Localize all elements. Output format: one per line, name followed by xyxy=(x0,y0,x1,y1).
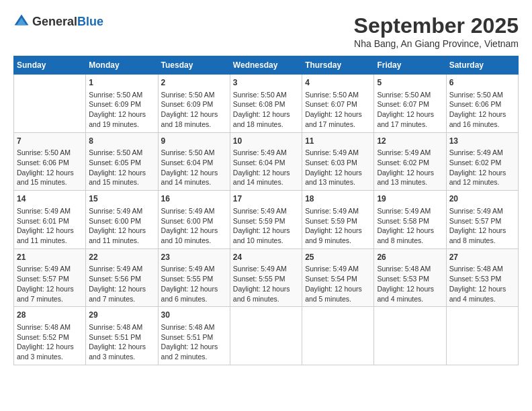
daylight-text: Daylight: 12 hours and 8 minutes. xyxy=(449,226,515,245)
sunset-text: Sunset: 6:05 PM xyxy=(89,158,154,168)
sunrise-text: Sunrise: 5:49 AM xyxy=(89,264,154,274)
calendar-cell-w5-d7 xyxy=(446,307,518,365)
calendar-cell-w2-d1: 7Sunrise: 5:50 AMSunset: 6:06 PMDaylight… xyxy=(14,132,86,191)
sunrise-text: Sunrise: 5:48 AM xyxy=(17,322,83,332)
sunset-text: Sunset: 5:56 PM xyxy=(89,274,154,284)
sunrise-text: Sunrise: 5:50 AM xyxy=(305,90,371,100)
calendar-cell-w3-d5: 18Sunrise: 5:49 AMSunset: 5:59 PMDayligh… xyxy=(302,191,374,249)
daylight-text: Daylight: 12 hours and 13 minutes. xyxy=(377,168,443,187)
sunrise-text: Sunrise: 5:49 AM xyxy=(305,264,371,274)
daylight-text: Daylight: 12 hours and 5 minutes. xyxy=(305,284,371,304)
sunrise-text: Sunrise: 5:48 AM xyxy=(89,322,154,332)
daylight-text: Daylight: 12 hours and 10 minutes. xyxy=(161,226,227,245)
col-friday: Friday xyxy=(374,56,446,75)
daylight-text: Daylight: 12 hours and 6 minutes. xyxy=(233,284,299,304)
day-number: 27 xyxy=(449,252,515,263)
sunset-text: Sunset: 5:52 PM xyxy=(17,332,83,342)
day-number: 7 xyxy=(17,136,83,147)
sunrise-text: Sunrise: 5:50 AM xyxy=(449,90,515,100)
sunset-text: Sunset: 6:00 PM xyxy=(89,216,154,226)
col-thursday: Thursday xyxy=(302,56,374,75)
day-number: 3 xyxy=(233,77,299,89)
calendar-cell-w4-d2: 22Sunrise: 5:49 AMSunset: 5:56 PMDayligh… xyxy=(86,248,158,307)
calendar-cell-w3-d7: 20Sunrise: 5:49 AMSunset: 5:57 PMDayligh… xyxy=(446,191,518,249)
daylight-text: Daylight: 12 hours and 3 minutes. xyxy=(17,342,83,361)
sunset-text: Sunset: 5:53 PM xyxy=(377,274,443,284)
calendar-cell-w1-d4: 3Sunrise: 5:50 AMSunset: 6:08 PMDaylight… xyxy=(230,75,302,133)
calendar-cell-w2-d6: 12Sunrise: 5:49 AMSunset: 6:02 PMDayligh… xyxy=(374,132,446,191)
col-wednesday: Wednesday xyxy=(230,56,302,75)
day-number: 4 xyxy=(305,77,371,89)
sunset-text: Sunset: 5:59 PM xyxy=(305,216,371,226)
sunset-text: Sunset: 5:59 PM xyxy=(233,216,299,226)
page-header: GeneralBlue September 2025 Nha Bang, An … xyxy=(13,13,519,49)
calendar-week-2: 7Sunrise: 5:50 AMSunset: 6:06 PMDaylight… xyxy=(14,132,519,191)
sunset-text: Sunset: 5:51 PM xyxy=(89,332,154,342)
sunset-text: Sunset: 6:02 PM xyxy=(449,158,515,168)
daylight-text: Daylight: 12 hours and 10 minutes. xyxy=(233,226,299,245)
calendar-cell-w2-d5: 11Sunrise: 5:49 AMSunset: 6:03 PMDayligh… xyxy=(302,132,374,191)
sunset-text: Sunset: 6:04 PM xyxy=(161,158,227,168)
calendar-cell-w1-d7: 6Sunrise: 5:50 AMSunset: 6:06 PMDaylight… xyxy=(446,75,518,133)
day-number: 16 xyxy=(161,193,227,205)
calendar-cell-w4-d1: 21Sunrise: 5:49 AMSunset: 5:57 PMDayligh… xyxy=(14,248,86,307)
sunrise-text: Sunrise: 5:49 AM xyxy=(233,206,299,216)
sunrise-text: Sunrise: 5:50 AM xyxy=(233,90,299,100)
calendar-table: Sunday Monday Tuesday Wednesday Thursday… xyxy=(13,56,519,365)
calendar-cell-w4-d5: 25Sunrise: 5:49 AMSunset: 5:54 PMDayligh… xyxy=(302,248,374,307)
logo-blue-text: Blue xyxy=(77,15,103,28)
day-number: 10 xyxy=(233,136,299,147)
daylight-text: Daylight: 12 hours and 4 minutes. xyxy=(377,284,443,304)
calendar-cell-w3-d4: 17Sunrise: 5:49 AMSunset: 5:59 PMDayligh… xyxy=(230,191,302,249)
sunset-text: Sunset: 5:55 PM xyxy=(233,274,299,284)
calendar-cell-w5-d3: 30Sunrise: 5:48 AMSunset: 5:51 PMDayligh… xyxy=(158,307,230,365)
sunrise-text: Sunrise: 5:49 AM xyxy=(305,206,371,216)
calendar-cell-w4-d4: 24Sunrise: 5:49 AMSunset: 5:55 PMDayligh… xyxy=(230,248,302,307)
sunrise-text: Sunrise: 5:49 AM xyxy=(233,264,299,274)
calendar-week-5: 28Sunrise: 5:48 AMSunset: 5:52 PMDayligh… xyxy=(14,307,519,365)
sunset-text: Sunset: 6:08 PM xyxy=(233,99,299,109)
sunset-text: Sunset: 6:02 PM xyxy=(377,158,443,168)
daylight-text: Daylight: 12 hours and 8 minutes. xyxy=(377,226,443,245)
daylight-text: Daylight: 12 hours and 15 minutes. xyxy=(17,168,83,187)
daylight-text: Daylight: 12 hours and 9 minutes. xyxy=(305,226,371,245)
sunset-text: Sunset: 6:04 PM xyxy=(233,158,299,168)
sunrise-text: Sunrise: 5:49 AM xyxy=(305,148,371,158)
day-number: 30 xyxy=(161,310,227,321)
calendar-cell-w5-d2: 29Sunrise: 5:48 AMSunset: 5:51 PMDayligh… xyxy=(86,307,158,365)
daylight-text: Daylight: 12 hours and 2 minutes. xyxy=(161,342,227,361)
month-title: September 2025 xyxy=(354,13,519,38)
sunset-text: Sunset: 5:55 PM xyxy=(161,274,227,284)
day-number: 28 xyxy=(17,310,83,321)
calendar-cell-w3-d6: 19Sunrise: 5:49 AMSunset: 5:58 PMDayligh… xyxy=(374,191,446,249)
sunrise-text: Sunrise: 5:49 AM xyxy=(17,264,83,274)
day-number: 2 xyxy=(161,77,227,89)
daylight-text: Daylight: 12 hours and 7 minutes. xyxy=(17,284,83,304)
sunrise-text: Sunrise: 5:50 AM xyxy=(89,90,154,100)
day-number: 21 xyxy=(17,252,83,263)
calendar-cell-w1-d6: 5Sunrise: 5:50 AMSunset: 6:07 PMDaylight… xyxy=(374,75,446,133)
sunset-text: Sunset: 5:54 PM xyxy=(305,274,371,284)
day-number: 6 xyxy=(449,77,515,89)
sunset-text: Sunset: 5:53 PM xyxy=(449,274,515,284)
sunset-text: Sunset: 6:01 PM xyxy=(17,216,83,226)
calendar-week-1: 1Sunrise: 5:50 AMSunset: 6:09 PMDaylight… xyxy=(14,75,519,133)
day-number: 5 xyxy=(377,77,443,89)
sunrise-text: Sunrise: 5:48 AM xyxy=(449,264,515,274)
day-number: 20 xyxy=(449,193,515,205)
daylight-text: Daylight: 12 hours and 14 minutes. xyxy=(233,168,299,187)
daylight-text: Daylight: 12 hours and 11 minutes. xyxy=(89,226,154,245)
daylight-text: Daylight: 12 hours and 13 minutes. xyxy=(305,168,371,187)
calendar-cell-w1-d5: 4Sunrise: 5:50 AMSunset: 6:07 PMDaylight… xyxy=(302,75,374,133)
daylight-text: Daylight: 12 hours and 15 minutes. xyxy=(89,168,154,187)
sunrise-text: Sunrise: 5:49 AM xyxy=(377,148,443,158)
calendar-cell-w2-d3: 9Sunrise: 5:50 AMSunset: 6:04 PMDaylight… xyxy=(158,132,230,191)
calendar-cell-w4-d6: 26Sunrise: 5:48 AMSunset: 5:53 PMDayligh… xyxy=(374,248,446,307)
sunrise-text: Sunrise: 5:49 AM xyxy=(233,148,299,158)
col-sunday: Sunday xyxy=(14,56,86,75)
sunset-text: Sunset: 5:51 PM xyxy=(161,332,227,342)
sunset-text: Sunset: 6:07 PM xyxy=(305,99,371,109)
sunrise-text: Sunrise: 5:50 AM xyxy=(377,90,443,100)
sunrise-text: Sunrise: 5:50 AM xyxy=(17,148,83,158)
daylight-text: Daylight: 12 hours and 11 minutes. xyxy=(17,226,83,245)
